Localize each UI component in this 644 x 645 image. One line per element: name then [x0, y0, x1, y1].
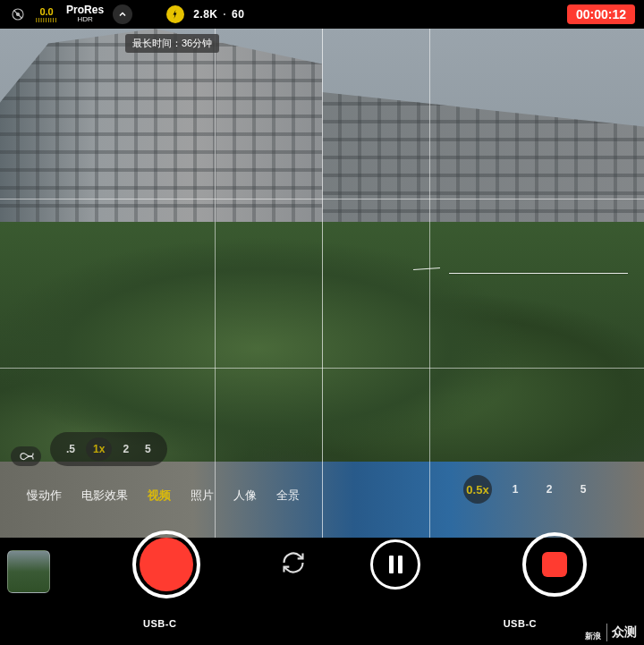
zoom-selector-left[interactable]: .5 1x 2 5 — [50, 432, 167, 466]
mode-cinematic[interactable]: 电影效果 — [81, 488, 128, 504]
separator-dot: · — [223, 8, 226, 21]
watermark-divider — [606, 624, 607, 641]
resolution-label: 2.8K — [193, 8, 217, 21]
svg-point-1 — [17, 13, 20, 16]
mode-pano[interactable]: 全景 — [276, 488, 300, 504]
split-divider — [322, 29, 323, 538]
infinity-focus-icon[interactable] — [11, 446, 41, 466]
watermark: 新浪 众测 — [585, 624, 637, 641]
mode-slowmo[interactable]: 慢动作 — [27, 488, 62, 504]
expand-controls-button[interactable] — [113, 4, 132, 24]
stop-indicator-icon — [542, 552, 567, 577]
zoom-2x[interactable]: 2 — [117, 439, 134, 459]
zoom-0.5x[interactable]: .5 — [61, 439, 80, 459]
top-bar: 0.0 ||||||||| ProRes HDR 2.8K · 60 00:00… — [0, 0, 644, 29]
pause-icon — [389, 556, 394, 573]
storage-label-right: USB-C — [504, 618, 537, 629]
watermark-brand-small: 新浪 — [585, 632, 601, 641]
storage-label-left: USB-C — [143, 618, 176, 629]
fps-label: 60 — [232, 8, 244, 21]
record-button-left[interactable] — [132, 530, 200, 598]
bottom-controls — [0, 511, 644, 609]
pause-button[interactable] — [370, 539, 420, 590]
bottom-label-row: USB-C USB-C — [0, 618, 644, 638]
recording-timer: 00:00:12 — [567, 4, 635, 24]
exposure-ticks: ||||||||| — [36, 17, 57, 22]
camera-mode-rail[interactable]: 慢动作 电影效果 视频 照片 人像 全景 — [27, 488, 300, 504]
zoom-right-5x[interactable]: 5 — [572, 479, 594, 500]
settings-icon[interactable] — [9, 5, 27, 23]
mode-portrait[interactable]: 人像 — [233, 488, 257, 504]
watermark-brand: 众测 — [612, 624, 637, 641]
exposure-value[interactable]: 0.0 ||||||||| — [36, 7, 57, 22]
zoom-1x[interactable]: 1x — [86, 437, 112, 461]
record-indicator-icon — [140, 538, 193, 591]
zoom-right-1x[interactable]: 1 — [504, 479, 526, 500]
zoom-right-2x[interactable]: 2 — [538, 479, 560, 500]
horizon-level-indicator — [449, 273, 628, 274]
resolution-fps[interactable]: 2.8K · 60 — [193, 8, 244, 21]
camera-flip-button[interactable] — [279, 548, 308, 577]
mode-video[interactable]: 视频 — [148, 488, 171, 504]
codec-sub-label: HDR — [77, 16, 92, 24]
exposure-value-text: 0.0 — [39, 7, 53, 17]
action-mode-icon[interactable] — [166, 5, 184, 23]
mode-photo[interactable]: 照片 — [191, 488, 214, 504]
stop-button-right[interactable] — [522, 532, 587, 597]
max-recording-time-label: 最长时间：36分钟 — [125, 34, 219, 53]
codec-indicator[interactable]: ProRes HDR — [66, 4, 104, 24]
zoom-selector-right[interactable]: 0.5x 1 2 5 — [463, 475, 594, 504]
zoom-right-0.5x[interactable]: 0.5x — [463, 475, 492, 504]
zoom-5x[interactable]: 5 — [140, 439, 157, 459]
pause-icon — [398, 556, 402, 573]
last-capture-thumbnail[interactable] — [7, 550, 50, 593]
